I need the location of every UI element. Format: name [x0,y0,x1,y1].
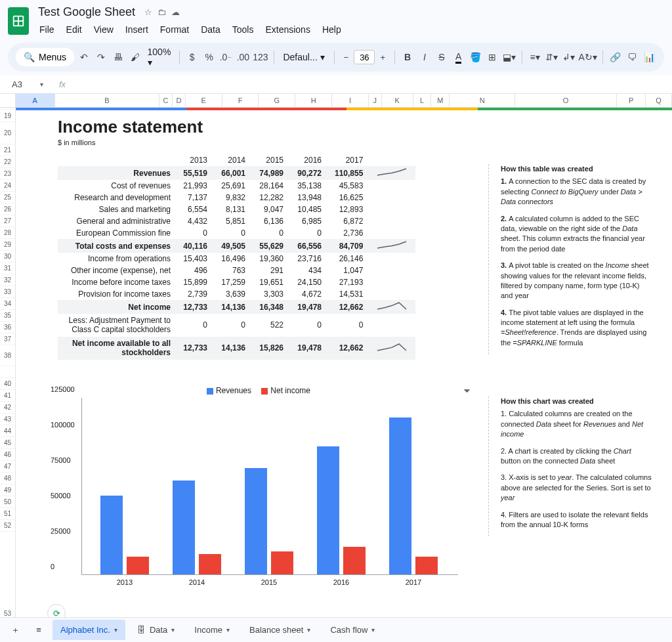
fx-label[interactable]: fx [59,79,66,89]
comment-icon[interactable]: 🗨 [625,48,639,66]
row-header[interactable]: 33 [0,286,16,298]
search-menus-button[interactable]: 🔍 Menus [16,48,74,66]
row-header[interactable]: 31 [0,263,16,274]
font-size-input[interactable] [354,50,375,64]
col-header-B[interactable]: B [55,94,159,107]
chart-filter-icon[interactable]: ⏷ [463,386,471,396]
row-header[interactable]: 46 [0,449,16,461]
row-header[interactable]: 20 [0,122,16,144]
sheets-logo-icon[interactable] [8,7,29,35]
text-color-icon[interactable]: A [452,48,466,66]
row-header[interactable]: 52 [0,520,16,532]
strikethrough-icon[interactable]: S [434,48,449,66]
decrease-font-icon[interactable]: − [339,51,352,64]
sheet-tab-data[interactable]: 🗄Data▾ [129,620,182,640]
row-header[interactable]: 48 [0,473,16,484]
row-header[interactable]: 21 [0,144,16,156]
horizontal-align-icon[interactable]: ≡▾ [528,48,542,66]
row-header[interactable]: 50 [0,496,16,508]
merge-cells-icon[interactable]: ⬓▾ [502,48,516,66]
sheet-tab-cashflow[interactable]: Cash flow▾ [322,620,383,640]
row-header[interactable]: 40 [0,378,16,390]
row-header[interactable]: 25 [0,192,16,203]
row-header[interactable]: 28 [0,227,16,239]
row-header[interactable]: 34 [0,298,16,310]
vertical-align-icon[interactable]: ⇵▾ [545,48,559,66]
select-all-corner[interactable] [0,94,16,107]
menu-insert[interactable]: Insert [120,22,154,37]
col-header-O[interactable]: O [515,94,617,107]
row-header[interactable]: 35 [0,310,16,322]
add-sheet-icon[interactable]: ＋ [5,620,25,640]
fill-color-icon[interactable]: 🪣 [469,48,483,66]
row-header[interactable]: 32 [0,274,16,286]
col-header-F[interactable]: F [222,94,259,107]
all-sheets-icon[interactable]: ≡ [29,620,49,640]
row-header[interactable]: 36 [0,322,16,333]
print-icon[interactable]: 🖶 [111,48,125,66]
row-header[interactable]: 27 [0,215,16,227]
row-header[interactable]: 44 [0,425,16,437]
col-header-C[interactable]: C [159,94,173,107]
row-header[interactable]: 51 [0,508,16,520]
star-icon[interactable]: ☆ [144,7,152,17]
insert-chart-icon[interactable]: 📊 [642,48,656,66]
menu-help[interactable]: Help [317,22,346,37]
col-header-J[interactable]: J [369,94,382,107]
text-wrap-icon[interactable]: ↲▾ [562,48,576,66]
sheet-tab-balance[interactable]: Balance sheet▾ [242,620,318,640]
more-formats-button[interactable]: 123 [253,48,268,66]
bold-icon[interactable]: B [400,48,415,66]
paint-format-icon[interactable]: 🖌 [128,48,142,66]
col-header-G[interactable]: G [259,94,295,107]
col-header-D[interactable]: D [173,94,186,107]
col-header-P[interactable]: P [617,94,646,107]
row-header[interactable]: 29 [0,239,16,251]
revenue-chart[interactable]: ⏷ Revenues Net income 025000500007500010… [45,386,465,596]
zoom-select[interactable]: 100% ▾ [145,47,174,68]
row-header[interactable]: 47 [0,461,16,473]
sheet-tab-income[interactable]: Income▾ [186,620,238,640]
row-header[interactable]: 22 [0,156,16,168]
menu-view[interactable]: View [89,22,119,37]
move-folder-icon[interactable]: 🗀 [158,7,166,17]
menu-edit[interactable]: Edit [61,22,87,37]
sheet-body[interactable]: Income statement $ in millions 201320142… [16,110,672,629]
menu-extensions[interactable]: Extensions [260,22,315,37]
link-icon[interactable]: 🔗 [608,48,622,66]
col-header-L[interactable]: L [413,94,432,107]
decrease-decimal-icon[interactable]: .0← [219,48,234,66]
increase-font-icon[interactable]: + [376,51,389,64]
currency-icon[interactable]: $ [185,48,200,66]
row-header[interactable]: 19 [0,110,16,122]
row-header[interactable]: 41 [0,390,16,402]
increase-decimal-icon[interactable]: .00 [236,48,250,66]
cloud-status-icon[interactable]: ☁ [171,7,180,17]
font-family-select[interactable]: Defaul... ▾ [279,49,328,65]
undo-icon[interactable]: ↶ [77,48,91,66]
col-header-I[interactable]: I [332,94,369,107]
menu-data[interactable]: Data [196,22,226,37]
col-header-M[interactable]: M [431,94,450,107]
row-header[interactable]: 24 [0,180,16,192]
menu-format[interactable]: Format [155,22,194,37]
percent-icon[interactable]: % [202,48,217,66]
menu-tools[interactable]: Tools [227,22,259,37]
name-box[interactable]: A3▾ [8,78,47,91]
italic-icon[interactable]: I [417,48,432,66]
sheet-tab-alphabet[interactable]: Alphabet Inc.▾ [52,620,125,640]
redo-icon[interactable]: ↷ [94,48,108,66]
document-title[interactable]: Test Google Sheet [34,4,139,20]
col-header-Q[interactable]: Q [646,94,672,107]
col-header-K[interactable]: K [382,94,413,107]
row-header[interactable]: 38 [0,345,16,366]
col-header-N[interactable]: N [450,94,515,107]
row-header[interactable]: 45 [0,437,16,449]
col-header-E[interactable]: E [186,94,222,107]
borders-icon[interactable]: ⊞ [486,48,500,66]
col-header-A[interactable]: A [16,94,55,107]
row-header[interactable]: 23 [0,168,16,180]
row-header[interactable]: 30 [0,251,16,263]
row-header[interactable]: 43 [0,414,16,425]
row-header[interactable]: 42 [0,402,16,414]
